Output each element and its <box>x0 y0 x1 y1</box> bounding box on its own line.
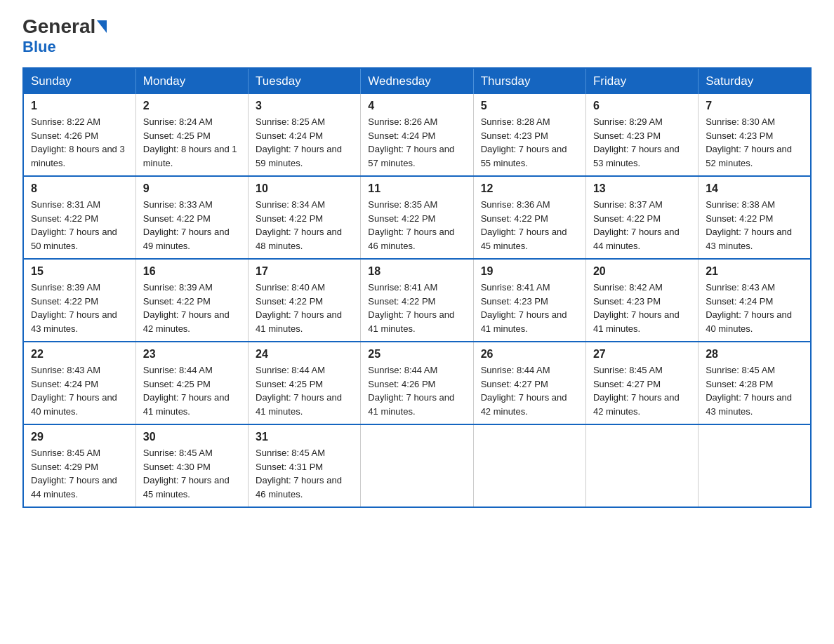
calendar-cell: 11 Sunrise: 8:35 AMSunset: 4:22 PMDaylig… <box>361 176 473 259</box>
day-number: 19 <box>481 265 578 278</box>
weekday-header-row: SundayMondayTuesdayWednesdayThursdayFrid… <box>23 68 811 94</box>
week-row-3: 15 Sunrise: 8:39 AMSunset: 4:22 PMDaylig… <box>23 259 811 342</box>
logo-blue-text: Blue <box>22 38 56 56</box>
calendar-cell: 3 Sunrise: 8:25 AMSunset: 4:24 PMDayligh… <box>249 94 361 176</box>
calendar-cell <box>585 424 698 507</box>
day-info: Sunrise: 8:28 AMSunset: 4:23 PMDaylight:… <box>481 115 578 170</box>
day-info: Sunrise: 8:45 AMSunset: 4:31 PMDaylight:… <box>256 446 353 501</box>
day-number: 3 <box>256 100 353 112</box>
day-info: Sunrise: 8:44 AMSunset: 4:25 PMDaylight:… <box>143 363 241 418</box>
weekday-header-monday: Monday <box>135 68 248 94</box>
day-number: 26 <box>481 348 578 361</box>
logo-arrow-icon <box>97 20 107 33</box>
day-number: 30 <box>143 431 241 443</box>
day-number: 18 <box>368 265 465 278</box>
day-info: Sunrise: 8:40 AMSunset: 4:22 PMDaylight:… <box>256 281 353 335</box>
day-info: Sunrise: 8:30 AMSunset: 4:23 PMDaylight:… <box>706 115 803 170</box>
calendar-cell: 31 Sunrise: 8:45 AMSunset: 4:31 PMDaylig… <box>249 424 361 507</box>
day-number: 27 <box>593 348 691 361</box>
day-number: 12 <box>481 182 578 195</box>
calendar-cell: 21 Sunrise: 8:43 AMSunset: 4:24 PMDaylig… <box>699 259 811 342</box>
day-info: Sunrise: 8:26 AMSunset: 4:24 PMDaylight:… <box>368 115 465 170</box>
day-info: Sunrise: 8:41 AMSunset: 4:23 PMDaylight:… <box>481 281 578 335</box>
calendar-cell: 23 Sunrise: 8:44 AMSunset: 4:25 PMDaylig… <box>135 342 248 424</box>
calendar-cell: 9 Sunrise: 8:33 AMSunset: 4:22 PMDayligh… <box>135 176 248 259</box>
weekday-header-wednesday: Wednesday <box>361 68 473 94</box>
day-number: 21 <box>706 265 803 278</box>
day-number: 13 <box>593 182 691 195</box>
day-number: 5 <box>481 100 578 112</box>
day-number: 29 <box>31 431 128 443</box>
calendar-table: SundayMondayTuesdayWednesdayThursdayFrid… <box>22 67 812 508</box>
calendar-cell: 16 Sunrise: 8:39 AMSunset: 4:22 PMDaylig… <box>135 259 248 342</box>
calendar-cell: 26 Sunrise: 8:44 AMSunset: 4:27 PMDaylig… <box>473 342 585 424</box>
day-number: 14 <box>706 182 803 195</box>
weekday-header-sunday: Sunday <box>23 68 135 94</box>
day-info: Sunrise: 8:45 AMSunset: 4:30 PMDaylight:… <box>143 446 241 501</box>
calendar-cell: 15 Sunrise: 8:39 AMSunset: 4:22 PMDaylig… <box>23 259 135 342</box>
calendar-cell <box>361 424 473 507</box>
calendar-cell: 29 Sunrise: 8:45 AMSunset: 4:29 PMDaylig… <box>23 424 135 507</box>
week-row-2: 8 Sunrise: 8:31 AMSunset: 4:22 PMDayligh… <box>23 176 811 259</box>
day-number: 7 <box>706 100 803 112</box>
day-info: Sunrise: 8:34 AMSunset: 4:22 PMDaylight:… <box>256 198 353 253</box>
day-info: Sunrise: 8:39 AMSunset: 4:22 PMDaylight:… <box>143 281 241 335</box>
day-number: 4 <box>368 100 465 112</box>
day-number: 23 <box>143 348 241 361</box>
calendar-cell: 5 Sunrise: 8:28 AMSunset: 4:23 PMDayligh… <box>473 94 585 176</box>
day-number: 28 <box>706 348 803 361</box>
calendar-cell: 8 Sunrise: 8:31 AMSunset: 4:22 PMDayligh… <box>23 176 135 259</box>
day-info: Sunrise: 8:39 AMSunset: 4:22 PMDaylight:… <box>31 281 128 335</box>
day-number: 17 <box>256 265 353 278</box>
day-number: 24 <box>256 348 353 361</box>
calendar-cell: 18 Sunrise: 8:41 AMSunset: 4:22 PMDaylig… <box>361 259 473 342</box>
day-info: Sunrise: 8:33 AMSunset: 4:22 PMDaylight:… <box>143 198 241 253</box>
day-number: 2 <box>143 100 241 112</box>
day-info: Sunrise: 8:31 AMSunset: 4:22 PMDaylight:… <box>31 198 128 253</box>
day-info: Sunrise: 8:36 AMSunset: 4:22 PMDaylight:… <box>481 198 578 253</box>
day-number: 6 <box>593 100 691 112</box>
calendar-cell: 2 Sunrise: 8:24 AMSunset: 4:25 PMDayligh… <box>135 94 248 176</box>
day-number: 15 <box>31 265 128 278</box>
day-number: 10 <box>256 182 353 195</box>
calendar-cell: 24 Sunrise: 8:44 AMSunset: 4:25 PMDaylig… <box>249 342 361 424</box>
calendar-cell <box>699 424 811 507</box>
day-info: Sunrise: 8:44 AMSunset: 4:27 PMDaylight:… <box>481 363 578 418</box>
logo-general-text: General <box>22 17 95 36</box>
calendar-cell: 27 Sunrise: 8:45 AMSunset: 4:27 PMDaylig… <box>585 342 698 424</box>
weekday-header-saturday: Saturday <box>699 68 811 94</box>
day-info: Sunrise: 8:37 AMSunset: 4:22 PMDaylight:… <box>593 198 691 253</box>
calendar-cell: 10 Sunrise: 8:34 AMSunset: 4:22 PMDaylig… <box>249 176 361 259</box>
page-header: General Blue <box>22 17 812 56</box>
calendar-cell: 1 Sunrise: 8:22 AMSunset: 4:26 PMDayligh… <box>23 94 135 176</box>
calendar-cell: 19 Sunrise: 8:41 AMSunset: 4:23 PMDaylig… <box>473 259 585 342</box>
weekday-header-thursday: Thursday <box>473 68 585 94</box>
day-info: Sunrise: 8:45 AMSunset: 4:27 PMDaylight:… <box>593 363 691 418</box>
day-number: 16 <box>143 265 241 278</box>
calendar-cell: 20 Sunrise: 8:42 AMSunset: 4:23 PMDaylig… <box>585 259 698 342</box>
day-number: 1 <box>31 100 128 112</box>
day-info: Sunrise: 8:43 AMSunset: 4:24 PMDaylight:… <box>31 363 128 418</box>
day-info: Sunrise: 8:22 AMSunset: 4:26 PMDaylight:… <box>31 115 128 170</box>
day-number: 8 <box>31 182 128 195</box>
day-info: Sunrise: 8:44 AMSunset: 4:25 PMDaylight:… <box>256 363 353 418</box>
calendar-cell: 13 Sunrise: 8:37 AMSunset: 4:22 PMDaylig… <box>585 176 698 259</box>
day-number: 9 <box>143 182 241 195</box>
day-number: 20 <box>593 265 691 278</box>
week-row-1: 1 Sunrise: 8:22 AMSunset: 4:26 PMDayligh… <box>23 94 811 176</box>
weekday-header-friday: Friday <box>585 68 698 94</box>
day-info: Sunrise: 8:45 AMSunset: 4:28 PMDaylight:… <box>706 363 803 418</box>
day-info: Sunrise: 8:24 AMSunset: 4:25 PMDaylight:… <box>143 115 241 170</box>
day-info: Sunrise: 8:25 AMSunset: 4:24 PMDaylight:… <box>256 115 353 170</box>
day-number: 25 <box>368 348 465 361</box>
calendar-cell: 25 Sunrise: 8:44 AMSunset: 4:26 PMDaylig… <box>361 342 473 424</box>
day-info: Sunrise: 8:38 AMSunset: 4:22 PMDaylight:… <box>706 198 803 253</box>
calendar-cell: 12 Sunrise: 8:36 AMSunset: 4:22 PMDaylig… <box>473 176 585 259</box>
calendar-cell: 6 Sunrise: 8:29 AMSunset: 4:23 PMDayligh… <box>585 94 698 176</box>
week-row-4: 22 Sunrise: 8:43 AMSunset: 4:24 PMDaylig… <box>23 342 811 424</box>
calendar-cell: 4 Sunrise: 8:26 AMSunset: 4:24 PMDayligh… <box>361 94 473 176</box>
calendar-cell: 28 Sunrise: 8:45 AMSunset: 4:28 PMDaylig… <box>699 342 811 424</box>
calendar-cell: 7 Sunrise: 8:30 AMSunset: 4:23 PMDayligh… <box>699 94 811 176</box>
calendar-cell: 30 Sunrise: 8:45 AMSunset: 4:30 PMDaylig… <box>135 424 248 507</box>
day-info: Sunrise: 8:45 AMSunset: 4:29 PMDaylight:… <box>31 446 128 501</box>
